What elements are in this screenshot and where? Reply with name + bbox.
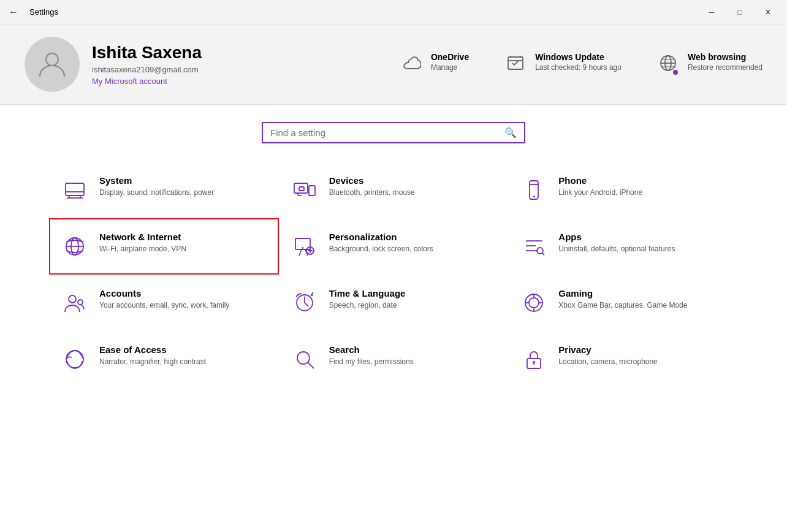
profile-email: ishitasaxena2109@gmail.com <box>92 65 202 74</box>
svg-rect-10 <box>309 186 315 196</box>
setting-item-personalization[interactable]: Personalization Background, lock screen,… <box>279 218 509 275</box>
onedrive-action[interactable]: OneDrive Manage <box>401 52 469 77</box>
svg-rect-4 <box>66 183 84 196</box>
back-button[interactable]: ← <box>5 4 22 21</box>
profile-name: Ishita Saxena <box>92 43 202 63</box>
setting-item-system[interactable]: System Display, sound, notifications, po… <box>49 162 279 218</box>
personalization-text: Personalization Background, lock screen,… <box>329 232 433 254</box>
setting-item-time[interactable]: Time & Language Speech, region, date <box>279 275 509 331</box>
network-text: Network & Internet Wi-Fi, airplane mode,… <box>99 232 186 254</box>
devices-icon <box>290 175 319 205</box>
ease-icon <box>60 344 89 374</box>
ease-text: Ease of Access Narrator, magnifier, high… <box>99 344 206 367</box>
accounts-text: Accounts Your accounts, email, sync, wor… <box>99 288 229 311</box>
setting-item-devices[interactable]: Devices Bluetooth, printers, mouse <box>279 162 509 218</box>
svg-line-26 <box>542 253 544 255</box>
maximize-button[interactable]: □ <box>726 0 754 25</box>
microsoft-account-link[interactable]: My Microsoft account <box>92 77 202 86</box>
devices-text: Devices Bluetooth, printers, mouse <box>329 175 415 198</box>
svg-line-38 <box>308 362 314 368</box>
accounts-icon <box>60 288 89 317</box>
gaming-icon <box>519 288 549 317</box>
windows-update-text: Windows Update Last checked: 9 hours ago <box>535 52 622 72</box>
setting-item-gaming[interactable]: Gaming Xbox Game Bar, captures, Game Mod… <box>508 275 738 331</box>
personalization-icon <box>290 232 319 261</box>
setting-item-accounts[interactable]: Accounts Your accounts, email, sync, wor… <box>49 275 279 331</box>
window-controls: ─ □ ✕ <box>698 0 782 25</box>
privacy-icon <box>519 344 549 374</box>
system-text: System Display, sound, notifications, po… <box>99 175 214 198</box>
time-text: Time & Language Speech, region, date <box>329 288 406 311</box>
titlebar-left: ← Settings <box>5 4 58 21</box>
settings-grid: System Display, sound, notifications, po… <box>0 162 787 387</box>
phone-text: Phone Link your Android, iPhone <box>558 175 642 198</box>
svg-point-31 <box>529 298 539 308</box>
privacy-text: Privacy Location, camera, microphone <box>558 344 657 367</box>
avatar-icon <box>36 48 68 80</box>
system-icon <box>60 175 89 205</box>
quick-actions: OneDrive Manage Windows Update Last chec… <box>365 52 762 77</box>
search-icon <box>290 344 319 374</box>
profile-info: Ishita Saxena ishitasaxena2109@gmail.com… <box>92 43 202 86</box>
svg-rect-9 <box>294 183 308 193</box>
minimize-button[interactable]: ─ <box>698 0 726 25</box>
onedrive-text: OneDrive Manage <box>431 52 469 72</box>
onedrive-icon <box>401 53 421 77</box>
phone-icon <box>519 175 549 205</box>
web-browsing-icon <box>658 53 678 77</box>
search-section: 🔍 <box>0 105 787 156</box>
search-text: Search Find my files, permissions <box>329 344 414 367</box>
setting-item-ease[interactable]: Ease of Access Narrator, magnifier, high… <box>49 331 279 387</box>
search-box: 🔍 <box>262 122 525 143</box>
profile-left: Ishita Saxena ishitasaxena2109@gmail.com… <box>25 37 202 92</box>
apps-icon <box>519 232 549 261</box>
windows-update-action[interactable]: Windows Update Last checked: 9 hours ago <box>506 52 622 77</box>
setting-item-network[interactable]: Network & Internet Wi-Fi, airplane mode,… <box>49 218 279 275</box>
windows-update-icon <box>506 53 525 77</box>
search-input[interactable] <box>270 127 504 138</box>
titlebar: ← Settings ─ □ ✕ <box>0 0 787 25</box>
web-browsing-action[interactable]: Web browsing Restore recommended <box>658 52 762 77</box>
setting-item-phone[interactable]: Phone Link your Android, iPhone <box>508 162 738 218</box>
network-icon <box>60 232 89 261</box>
web-browsing-dot <box>672 69 679 76</box>
setting-item-apps[interactable]: Apps Uninstall, defaults, optional featu… <box>508 218 738 275</box>
svg-point-0 <box>46 53 58 66</box>
svg-rect-13 <box>299 187 304 191</box>
svg-point-28 <box>78 300 83 305</box>
svg-point-27 <box>69 295 76 303</box>
setting-item-search[interactable]: Search Find my files, permissions <box>279 331 509 387</box>
window-title: Settings <box>29 7 58 17</box>
close-button[interactable]: ✕ <box>754 0 782 25</box>
web-browsing-text: Web browsing Restore recommended <box>688 52 762 72</box>
setting-item-privacy[interactable]: Privacy Location, camera, microphone <box>508 331 738 387</box>
gaming-text: Gaming Xbox Game Bar, captures, Game Mod… <box>558 288 687 311</box>
svg-point-41 <box>533 361 535 363</box>
avatar <box>25 37 80 92</box>
apps-text: Apps Uninstall, defaults, optional featu… <box>558 232 675 254</box>
search-icon[interactable]: 🔍 <box>504 127 517 139</box>
profile-header: Ishita Saxena ishitasaxena2109@gmail.com… <box>0 25 787 105</box>
time-icon <box>290 288 319 317</box>
